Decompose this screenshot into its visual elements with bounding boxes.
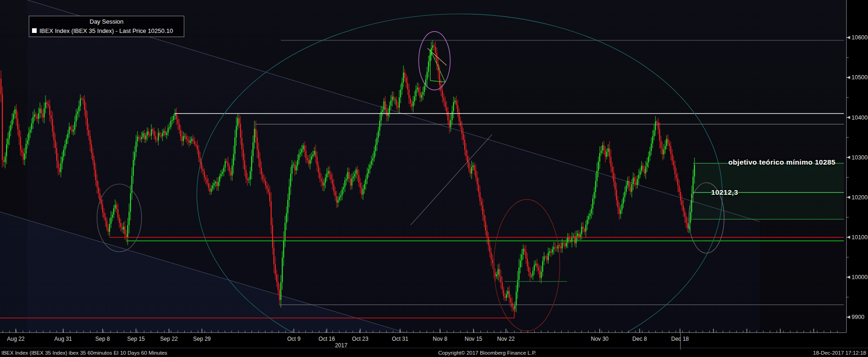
y-axis-label: 10000 bbox=[852, 274, 868, 280]
x-axis-label: Nov 30 bbox=[591, 336, 609, 342]
y-axis-label: 10200 bbox=[852, 194, 868, 201]
y-tick-arrow-icon bbox=[847, 116, 850, 119]
x-axis-label: Nov 22 bbox=[497, 336, 515, 342]
x-axis-label: Aug 22 bbox=[7, 336, 25, 342]
annotation-price-label[interactable]: 10212,3 bbox=[711, 188, 738, 197]
y-axis-label: 10100 bbox=[852, 234, 868, 241]
bloomberg-chart-screen: 106001050010400103001020010100100009900A… bbox=[0, 0, 868, 357]
annotation-objective-text[interactable]: objetivo teórico mínimo 10285 bbox=[728, 158, 836, 166]
x-axis-label: Sep 15 bbox=[127, 336, 145, 342]
y-axis-label: 10600 bbox=[852, 34, 868, 41]
x-axis-label: Oct 31 bbox=[392, 336, 408, 342]
y-tick-arrow-icon bbox=[847, 316, 850, 319]
y-axis-label: 10400 bbox=[852, 115, 868, 121]
status-timestamp: 18-Dec-2017 17:12:18 bbox=[813, 349, 866, 357]
y-tick-arrow-icon bbox=[847, 76, 850, 79]
status-bar: IBEX Index (IBEX 35 Index) ibex 35 60min… bbox=[0, 348, 868, 357]
y-axis-label: 10500 bbox=[852, 74, 868, 81]
y-tick-arrow-icon bbox=[847, 275, 850, 279]
y-tick-arrow-icon bbox=[847, 236, 850, 239]
y-tick-arrow-icon bbox=[847, 196, 850, 199]
series-label: IBEX Index (IBEX 35 Index) - Last Price … bbox=[39, 26, 173, 36]
x-axis-label: Dec 8 bbox=[632, 336, 647, 342]
x-axis-label: Sep 22 bbox=[160, 336, 178, 342]
status-copyright: Copyright© 2017 Bloomberg Finance L.P. bbox=[438, 349, 537, 357]
series-marker-icon bbox=[32, 28, 37, 33]
y-tick-arrow-icon bbox=[847, 36, 850, 39]
x-axis-label: Sep 8 bbox=[95, 336, 110, 342]
x-axis-label: Nov 15 bbox=[465, 336, 482, 342]
y-axis-label: 9900 bbox=[852, 314, 865, 320]
x-axis-label: Oct 23 bbox=[352, 336, 369, 342]
x-axis-label: Nov 8 bbox=[433, 336, 447, 342]
x-axis-label: Aug 31 bbox=[54, 336, 72, 342]
legend-title: Day Session bbox=[29, 17, 184, 26]
x-axis-label: Sep 29 bbox=[193, 336, 211, 342]
x-axis-label: Oct 9 bbox=[287, 336, 301, 342]
legend-series-row: IBEX Index (IBEX 35 Index) - Last Price … bbox=[29, 26, 184, 36]
x-axis-label: Oct 16 bbox=[318, 336, 335, 342]
price-chart[interactable]: 106001050010400103001020010100100009900A… bbox=[0, 0, 868, 357]
chart-legend[interactable]: Day Session IBEX Index (IBEX 35 Index) -… bbox=[29, 16, 184, 37]
y-axis-label: 10300 bbox=[852, 154, 868, 161]
x-axis-label: Dec 18 bbox=[671, 336, 689, 342]
y-tick-arrow-icon bbox=[847, 156, 850, 159]
status-instrument: IBEX Index (IBEX 35 Index) ibex 35 60min… bbox=[1, 349, 167, 357]
